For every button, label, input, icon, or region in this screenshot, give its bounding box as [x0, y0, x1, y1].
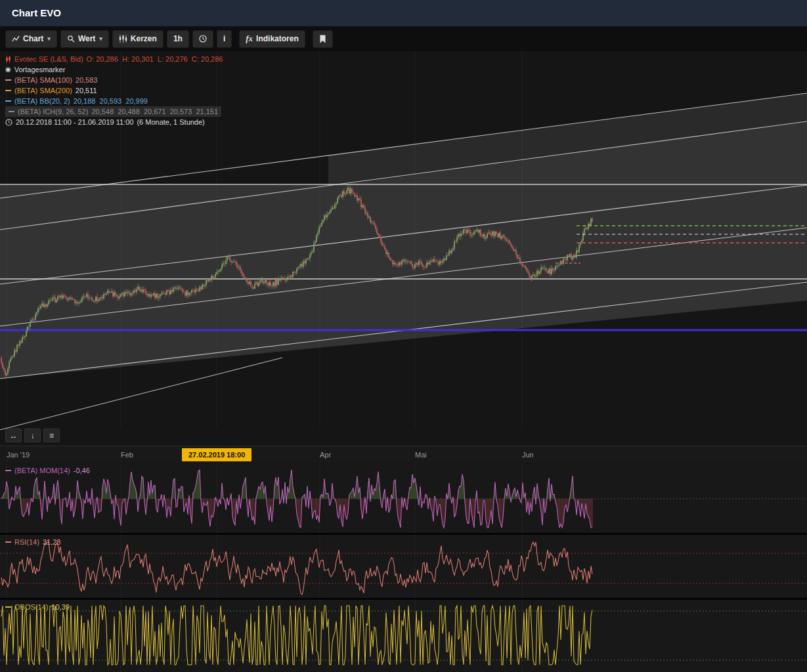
- x-axis-label: Jan '19: [7, 451, 30, 459]
- obos-dash-icon: [5, 606, 11, 608]
- x-axis-label: Mai: [415, 451, 427, 459]
- mom-legend[interactable]: (BETA) MOM(14) -0,46: [5, 467, 90, 474]
- sma100-dash-icon: [5, 79, 11, 81]
- chart-menu-button[interactable]: Chart ▾: [5, 30, 57, 48]
- sma100-value: 20,583: [76, 75, 98, 85]
- rsi-label: RSI(14): [14, 538, 39, 546]
- legend-timerange-row: 20.12.2018 11:00 - 21.06.2019 11:00 (6 M…: [5, 117, 223, 127]
- kerzen-label: Kerzen: [131, 34, 157, 43]
- dim-dash-icon: [9, 111, 14, 112]
- dim-label: (BETA) ICH(9, 26, 52): [18, 106, 88, 117]
- dim-values: 20,548 20,488 20,671 20,573 21,151: [91, 106, 218, 117]
- clock-icon: [5, 119, 12, 126]
- chart-menu-label: Chart: [23, 34, 43, 43]
- bb-values: 20,188 20,593 20,999: [74, 96, 148, 106]
- wert-menu-button[interactable]: Wert ▾: [60, 30, 109, 48]
- rsi-value: 31,28: [43, 538, 61, 546]
- chevron-down-icon: ▾: [47, 35, 51, 42]
- interval-button[interactable]: 1h: [167, 30, 189, 48]
- panel-separator: [0, 598, 807, 600]
- rsi-legend[interactable]: RSI(14) 31,28: [5, 538, 60, 546]
- mom-label: (BETA) MOM(14): [14, 467, 70, 474]
- window-title: Chart EVO: [0, 0, 807, 26]
- timerange-note: (6 Monate, 1 Stunde): [137, 117, 204, 127]
- x-axis[interactable]: 27.02.2019 18:00 Jan '19FebAprMaiJun: [0, 446, 807, 463]
- chart-line-icon: [12, 35, 20, 43]
- x-axis-label: Jun: [522, 451, 534, 459]
- pan-horizontal-icon: ↔: [10, 431, 18, 440]
- instrument-name: Evotec SE (L&S, Bid): [14, 54, 83, 64]
- legend-dim-row[interactable]: (BETA) ICH(9, 26, 52) 20,548 20,488 20,6…: [5, 106, 221, 117]
- legend-instrument-row[interactable]: Evotec SE (L&S, Bid) O: 20,286 H: 20,301…: [5, 54, 223, 64]
- mom-value: -0,46: [74, 467, 90, 474]
- sma200-dash-icon: [5, 90, 11, 91]
- auto-scale-icon: ≡: [49, 431, 54, 440]
- chart-tools: ↔ ↓ ≡: [5, 429, 60, 442]
- pan-horizontal-button[interactable]: ↔: [5, 429, 22, 442]
- mom-panel[interactable]: [0, 463, 807, 533]
- clock-button[interactable]: [192, 30, 213, 48]
- pan-down-icon: ↓: [31, 431, 35, 440]
- x-axis-highlight[interactable]: 27.02.2019 18:00: [182, 448, 251, 461]
- mom-dash-icon: [5, 470, 11, 471]
- rsi-dash-icon: [5, 541, 11, 543]
- bb-label: (BETA) BB(20, 2): [14, 96, 70, 106]
- rsi-panel[interactable]: [0, 535, 807, 598]
- marker-icon: ◉: [5, 64, 11, 75]
- chart-legend: Evotec SE (L&S, Bid) O: 20,286 H: 20,301…: [5, 54, 223, 127]
- obos-legend[interactable]: OBOS(14) 10,39: [5, 603, 70, 611]
- x-axis-label: Apr: [320, 451, 331, 459]
- wert-menu-label: Wert: [78, 34, 95, 43]
- chart-evo-app: Chart EVO Chart ▾ Wert ▾ Kerzen 1h i fx …: [0, 0, 807, 672]
- app-title: Chart EVO: [12, 7, 61, 18]
- candlestick-icon: [119, 35, 127, 43]
- toolbar: Chart ▾ Wert ▾ Kerzen 1h i fx Indikatore…: [0, 26, 807, 51]
- sma200-value: 20,511: [76, 85, 97, 96]
- info-label: i: [223, 34, 225, 43]
- sma200-label: (BETA) SMA(200): [14, 85, 72, 96]
- interval-label: 1h: [173, 34, 183, 43]
- indikatoren-button[interactable]: fx Indikatoren: [239, 30, 305, 48]
- legend-vortagesmarker-row[interactable]: ◉ Vortagesmarker: [5, 64, 223, 75]
- auto-scale-button[interactable]: ≡: [43, 429, 60, 442]
- info-button[interactable]: i: [217, 30, 232, 48]
- candle-icon: [5, 56, 11, 63]
- kerzen-button[interactable]: Kerzen: [112, 30, 164, 48]
- legend-sma100-row[interactable]: (BETA) SMA(100) 20,583: [5, 75, 223, 85]
- ohlc-values: O: 20,286 H: 20,301 L: 20,276 C: 20,286: [87, 54, 223, 64]
- panel-separator: [0, 533, 807, 535]
- bookmark-icon: [319, 35, 326, 43]
- chevron-down-icon: ▾: [99, 35, 102, 42]
- legend-bb-row[interactable]: (BETA) BB(20, 2) 20,188 20,593 20,999: [5, 96, 223, 106]
- pan-down-button[interactable]: ↓: [24, 429, 41, 442]
- clock-icon: [199, 35, 207, 43]
- indikatoren-label: Indikatoren: [256, 34, 299, 43]
- x-axis-label: Feb: [121, 451, 133, 459]
- timerange-text: 20.12.2018 11:00 - 21.06.2019 11:00: [16, 117, 133, 127]
- fx-icon: fx: [246, 33, 253, 44]
- vortagesmarker-label: Vortagesmarker: [14, 64, 66, 75]
- bb-dash-icon: [5, 100, 11, 102]
- sma100-label: (BETA) SMA(100): [14, 75, 72, 85]
- search-icon: [67, 35, 75, 43]
- obos-panel[interactable]: [0, 600, 807, 672]
- obos-label: OBOS(14): [14, 603, 48, 611]
- bookmark-button[interactable]: [313, 30, 333, 48]
- obos-value: 10,39: [51, 603, 70, 611]
- legend-sma200-row[interactable]: (BETA) SMA(200) 20,511: [5, 85, 223, 96]
